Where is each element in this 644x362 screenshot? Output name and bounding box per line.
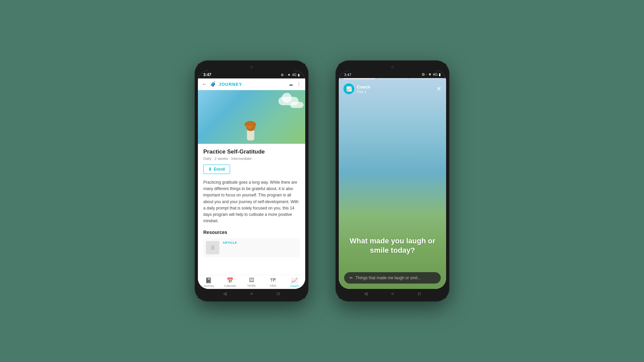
media-nav-label: Media (248, 284, 256, 287)
atlas-nav-icon: 🗺 (270, 277, 276, 283)
journey-nav-icon: 📓 (205, 277, 212, 284)
signal-icon: 4G (292, 73, 297, 77)
status-icons-right: ⚙ · ▼ 4G ▮ (422, 72, 441, 77)
media-nav-icon: 🖼 (249, 277, 254, 283)
app-name-label: JOURNEY (219, 82, 242, 87)
enroll-button[interactable]: ⬇ Enroll (203, 165, 230, 174)
coach-input[interactable]: ✏ Things that made me laugh or smil... (344, 272, 441, 284)
toolbar-actions: ☁ ⋮ (288, 81, 301, 87)
calendar-nav-label: Calendar (224, 284, 236, 288)
wifi-icon-right: ▼ (428, 72, 432, 76)
phone-nav-left: ◁ ○ □ (198, 289, 305, 298)
right-screen: 3:47 ⚙ · ▼ 4G ▮ 📈 (339, 70, 446, 289)
coach-avatar: 📈 (343, 83, 354, 94)
app-toolbar: ← 🧳 JOURNEY ☁ ⋮ (198, 78, 305, 90)
nav-item-calendar[interactable]: 📅 Calendar (223, 277, 237, 288)
status-time-left: 3:47 (203, 72, 211, 77)
phone-nav-right: ◁ ○ □ (339, 289, 446, 298)
nav-item-media[interactable]: 🖼 Media (244, 277, 259, 288)
status-bar-right: 3:47 ⚙ · ▼ 4G ▮ (339, 70, 446, 78)
home-nav-btn-right[interactable]: ○ (390, 291, 395, 296)
camera-bar-right (339, 64, 446, 70)
camera-bar (198, 64, 305, 70)
gear-icon-right: ⚙ (422, 72, 425, 76)
toolbar-title: 🧳 JOURNEY (210, 81, 288, 87)
suitcase-icon: 🧳 (210, 81, 217, 87)
dot-icon: · (285, 73, 286, 77)
program-title: Practice Self-Gratitude (203, 148, 300, 155)
status-bar-left: 3:47 ⚙ · ▼ 4G ▮ (198, 70, 305, 78)
bottom-navigation: 📓 Journey 📅 Calendar 🖼 Media 🗺 Atlas 📈 (198, 275, 305, 289)
nav-item-journey[interactable]: 📓 Journey (201, 277, 216, 288)
left-screen: 3:47 ⚙ · ▼ 4G ▮ ← 🧳 JOURNEY ☁ ⋮ (198, 70, 305, 289)
right-phone: 3:47 ⚙ · ▼ 4G ▮ 📈 (335, 60, 449, 302)
journey-nav-label: Journey (203, 284, 214, 288)
nav-item-atlas[interactable]: 🗺 Atlas (266, 277, 280, 288)
coach-day-label: Day 1 (357, 89, 436, 94)
question-text: What made you laugh or smile today? (347, 236, 438, 255)
battery-icon-right: ▮ (439, 72, 441, 76)
input-placeholder: Things that made me laugh or smil... (356, 276, 435, 280)
wifi-icon: ▼ (287, 73, 291, 77)
signal-icon-right: 4G (433, 72, 438, 76)
gear-icon: ⚙ (281, 73, 284, 77)
program-meta: Daily · 2 weeks · Intermediate (203, 157, 300, 161)
back-nav-btn-right[interactable]: ◁ (363, 291, 368, 296)
pencil-icon: ✏ (350, 276, 353, 280)
more-menu-icon[interactable]: ⋮ (297, 81, 301, 87)
dot-icon-right: · (426, 72, 427, 76)
cloud-decoration-2 (290, 102, 304, 108)
article-card[interactable]: ☰ ARTICLE (203, 238, 300, 257)
article-icon: ☰ (211, 245, 215, 250)
cloud-icon[interactable]: ☁ (288, 81, 293, 87)
home-nav-btn[interactable]: ○ (249, 291, 254, 296)
trend-icon: 📈 (346, 86, 352, 92)
coach-name-label: Coach (357, 84, 436, 89)
back-button[interactable]: ← (202, 81, 207, 87)
back-nav-btn[interactable]: ◁ (222, 291, 227, 296)
camera-dot-right (391, 66, 394, 68)
camera-dot (250, 66, 253, 68)
calendar-nav-icon: 📅 (227, 277, 233, 284)
coach-header: 📈 Coach Day 1 ✕ (339, 78, 446, 98)
left-phone: 3:47 ⚙ · ▼ 4G ▮ ← 🧳 JOURNEY ☁ ⋮ (195, 60, 309, 302)
coach-input-area[interactable]: ✏ Things that made me laugh or smil... (344, 272, 441, 284)
nav-item-coach[interactable]: 📈 Coach (287, 277, 302, 288)
figure-head (246, 122, 255, 131)
atlas-nav-label: Atlas (270, 284, 276, 287)
article-label: ARTICLE (223, 241, 237, 244)
content-area: Practice Self-Gratitude Daily · 2 weeks … (198, 144, 305, 275)
figure-body (247, 130, 254, 140)
program-description: Practicing gratitude goes a long way. Wh… (203, 179, 300, 224)
status-icons-left: ⚙ · ▼ 4G ▮ (281, 73, 300, 77)
coach-info: Coach Day 1 (357, 84, 436, 94)
recent-nav-btn-right[interactable]: □ (417, 291, 422, 296)
battery-icon: ▮ (298, 73, 300, 77)
journey-screen: ← 🧳 JOURNEY ☁ ⋮ (198, 78, 305, 289)
coach-question-area: What made you laugh or smile today? (339, 230, 446, 262)
enroll-label: Enroll (214, 167, 225, 172)
article-thumbnail: ☰ (206, 241, 219, 254)
download-icon: ⬇ (208, 167, 212, 172)
hero-figure (246, 122, 255, 140)
hero-image (198, 90, 305, 144)
figure-hat (245, 119, 256, 126)
close-button[interactable]: ✕ (436, 85, 441, 93)
recent-nav-btn[interactable]: □ (276, 291, 281, 296)
coach-nav-icon: 📈 (291, 277, 298, 284)
coach-content: 📈 Coach Day 1 ✕ What made you laugh or s… (339, 78, 446, 289)
status-time-right: 3:47 (344, 73, 351, 77)
resources-title: Resources (203, 230, 300, 235)
article-info: ARTICLE (223, 241, 237, 254)
coach-nav-label: Coach (290, 284, 299, 288)
